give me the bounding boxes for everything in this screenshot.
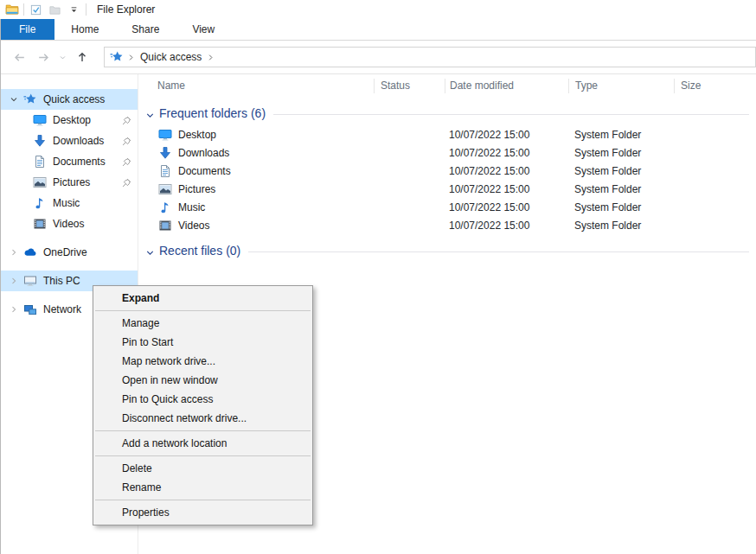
breadcrumb-chevron-icon[interactable] xyxy=(127,51,135,63)
onedrive-icon xyxy=(23,245,37,259)
tab-view[interactable]: View xyxy=(176,19,231,40)
cell-name: Downloads xyxy=(138,146,374,160)
file-row-desktop[interactable]: Desktop10/07/2022 15:00System Folder xyxy=(138,125,756,143)
tab-file[interactable]: File xyxy=(0,19,54,40)
sidebar-item-label: Quick access xyxy=(43,93,105,105)
menu-item-rename[interactable]: Rename xyxy=(93,478,312,497)
network-icon xyxy=(23,302,37,316)
chevron-right-icon[interactable] xyxy=(7,245,21,259)
column-header-size[interactable]: Size xyxy=(674,79,740,93)
sidebar-item-label: Desktop xyxy=(53,114,91,126)
group-label: Frequent folders xyxy=(159,106,247,120)
address-bar[interactable]: Quick access xyxy=(104,47,756,67)
new-folder-icon[interactable] xyxy=(48,3,62,17)
window-title: File Explorer xyxy=(97,3,155,16)
file-row-pictures[interactable]: Pictures10/07/2022 15:00System Folder xyxy=(138,180,756,198)
cell-date-modified: 10/07/2022 15:00 xyxy=(445,129,568,141)
cell-date-modified: 10/07/2022 15:00 xyxy=(445,220,568,232)
pictures-icon xyxy=(158,182,172,196)
tab-home[interactable]: Home xyxy=(54,19,115,40)
forward-arrow-icon[interactable] xyxy=(31,47,55,67)
column-header-type[interactable]: Type xyxy=(568,79,674,93)
cell-type: System Folder xyxy=(568,201,674,213)
sidebar-item-downloads[interactable]: Downloads xyxy=(0,131,138,151)
column-header-status[interactable]: Status xyxy=(374,79,445,93)
group-label: Recent files xyxy=(159,244,222,258)
menu-item-pin-to-start[interactable]: Pin to Start xyxy=(93,333,312,352)
file-row-downloads[interactable]: Downloads10/07/2022 15:00System Folder xyxy=(138,143,756,162)
chevron-down-icon[interactable] xyxy=(144,107,157,119)
group-header-line xyxy=(248,252,749,252)
file-row-music[interactable]: Music10/07/2022 15:00System Folder xyxy=(138,198,756,216)
cell-type: System Folder xyxy=(568,147,674,159)
sidebar-item-videos[interactable]: Videos xyxy=(0,213,138,234)
recent-locations-chevron-icon[interactable] xyxy=(55,47,69,67)
back-arrow-icon[interactable] xyxy=(7,47,31,67)
menu-item-disconnect-network-drive[interactable]: Disconnect network drive... xyxy=(93,409,312,428)
sidebar-item-music[interactable]: Music xyxy=(0,193,138,213)
music-icon xyxy=(33,196,47,210)
file-name: Videos xyxy=(178,220,209,232)
sidebar-item-label: Pictures xyxy=(53,176,90,188)
cell-name: Documents xyxy=(138,164,374,178)
file-row-documents[interactable]: Documents10/07/2022 15:00System Folder xyxy=(138,162,756,180)
sidebar-item-label: Downloads xyxy=(53,135,104,147)
sidebar-item-desktop[interactable]: Desktop xyxy=(0,110,138,131)
column-header-name[interactable]: Name xyxy=(138,79,374,93)
quick-access-star-icon xyxy=(110,50,124,64)
menu-item-expand[interactable]: Expand xyxy=(93,289,312,308)
menu-separator xyxy=(95,500,311,500)
up-arrow-icon[interactable] xyxy=(69,47,95,67)
titlebar-separator xyxy=(86,3,86,16)
menu-item-map-network-drive[interactable]: Map network drive... xyxy=(93,352,312,371)
cell-date-modified: 10/07/2022 15:00 xyxy=(445,147,568,159)
breadcrumb-chevron-icon[interactable] xyxy=(207,51,215,63)
chevron-down-icon[interactable] xyxy=(7,92,21,106)
chevron-right-icon[interactable] xyxy=(7,274,21,288)
file-explorer-window: File Explorer FileHomeShareView Quick ac… xyxy=(0,0,756,554)
column-header-label: Type xyxy=(575,80,598,92)
sidebar-item-label: Music xyxy=(53,197,80,209)
tab-share[interactable]: Share xyxy=(115,19,176,40)
sidebar-item-documents[interactable]: Documents xyxy=(0,151,138,172)
menu-item-properties[interactable]: Properties xyxy=(93,503,312,522)
groups-container: Frequent folders(6)Desktop10/07/2022 15:… xyxy=(138,105,756,259)
cell-name: Pictures xyxy=(138,182,374,196)
cell-name: Videos xyxy=(138,219,374,232)
group-header-recent-files[interactable]: Recent files(0) xyxy=(138,242,756,259)
context-menu: ExpandManagePin to StartMap network driv… xyxy=(93,285,313,525)
menu-item-open-in-new-window[interactable]: Open in new window xyxy=(93,371,312,390)
menu-item-add-a-network-location[interactable]: Add a network location xyxy=(93,434,312,453)
group-header-line xyxy=(273,114,749,115)
title-bar: File Explorer xyxy=(0,0,756,19)
documents-icon xyxy=(158,164,172,178)
explorer-logo-icon xyxy=(4,3,19,17)
menu-separator xyxy=(95,430,311,431)
desktop-icon xyxy=(33,113,47,127)
chevron-right-icon[interactable] xyxy=(7,302,21,316)
sidebar-item-label: OneDrive xyxy=(43,246,87,258)
file-name: Downloads xyxy=(178,147,229,159)
column-header-date-modified[interactable]: Date modified xyxy=(445,79,568,93)
menu-item-delete[interactable]: Delete xyxy=(93,459,312,478)
chevron-down-icon[interactable] xyxy=(144,245,157,257)
pin-icon xyxy=(120,114,132,126)
menu-item-manage[interactable]: Manage xyxy=(93,314,312,333)
menu-item-pin-to-quick-access[interactable]: Pin to Quick access xyxy=(93,390,312,409)
cell-date-modified: 10/07/2022 15:00 xyxy=(445,183,568,195)
cell-date-modified: 10/07/2022 15:00 xyxy=(445,201,568,213)
properties-check-icon[interactable] xyxy=(29,3,43,17)
cell-type: System Folder xyxy=(568,165,674,177)
column-header-label: Status xyxy=(381,80,410,92)
toolbar-dropdown-icon[interactable] xyxy=(67,3,81,17)
sidebar-item-label: Documents xyxy=(53,156,106,168)
sidebar-item-quick-access[interactable]: Quick access xyxy=(0,89,138,110)
breadcrumb-item-quick-access[interactable]: Quick access xyxy=(138,51,203,63)
sidebar-item-onedrive[interactable]: OneDrive xyxy=(0,242,138,263)
sidebar-item-pictures[interactable]: Pictures xyxy=(0,172,138,193)
file-row-videos[interactable]: Videos10/07/2022 15:00System Folder xyxy=(138,216,756,234)
pin-icon xyxy=(120,156,132,168)
group-count: (0) xyxy=(226,244,240,258)
file-name: Pictures xyxy=(178,183,215,195)
group-header-frequent-folders[interactable]: Frequent folders(6) xyxy=(138,105,756,122)
